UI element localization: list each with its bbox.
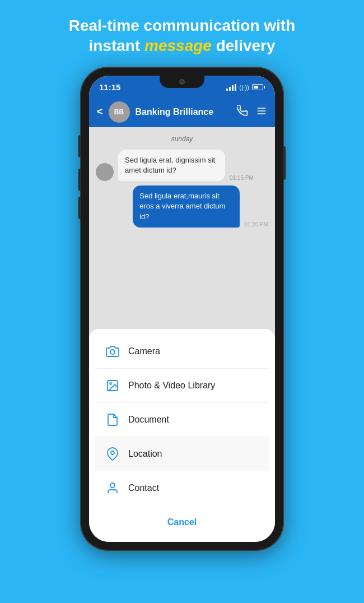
notch (160, 76, 204, 88)
date-label: sunday (96, 135, 268, 143)
chat-header: < BB Banking Brilliance (89, 97, 275, 127)
contact-icon (105, 480, 120, 496)
cancel-label: Cancel (167, 517, 197, 527)
camera-label: Camera (128, 346, 160, 356)
document-label: Document (128, 415, 169, 425)
msg-avatar-received (96, 163, 114, 181)
svg-point-3 (110, 350, 115, 354)
header-actions (237, 105, 267, 119)
avatar-initials: BB (114, 108, 124, 116)
back-button[interactable]: < (97, 106, 103, 118)
sheet-item-contact[interactable]: Contact (95, 471, 269, 505)
msg-time-received: 01:15 PM (230, 175, 254, 181)
menu-icon[interactable] (256, 105, 267, 119)
contact-label: Contact (128, 483, 159, 493)
phone-screen: 11:15 ((·)) < BB Banking Brilliance (89, 76, 275, 542)
msg-text-received: Sed ligula erat, dignissim sit amet dict… (125, 156, 215, 174)
header-line2-pre: instant (88, 37, 144, 54)
msg-bubble-sent: Sed ligula erat,mauris sit eros a viverr… (133, 185, 240, 228)
wifi-icon: ((·)) (239, 84, 249, 91)
msg-bubble-received: Sed ligula erat, dignissim sit amet dict… (118, 150, 225, 181)
sheet-item-camera[interactable]: Camera (95, 335, 269, 369)
svg-rect-2 (258, 113, 266, 114)
msg-time-sent: 01:20 PM (244, 221, 268, 228)
header-section: Real-time communication with instant mes… (52, 0, 312, 68)
bottom-sheet: Camera Photo & Video Library (89, 329, 275, 542)
chat-name: Banking Brilliance (136, 107, 231, 117)
document-icon (105, 412, 120, 428)
photo-video-label: Photo & Video Library (128, 381, 215, 391)
status-icons: ((·)) (226, 84, 265, 91)
notch-camera (179, 79, 185, 85)
location-label: Location (128, 449, 162, 459)
phone-icon[interactable] (237, 105, 248, 119)
svg-point-5 (110, 383, 111, 384)
status-time: 11:15 (99, 82, 120, 92)
header-line2-post: delivery (212, 37, 276, 54)
svg-point-6 (111, 451, 114, 454)
msg-row-sent: 01:20 PM Sed ligula erat,mauris sit eros… (96, 185, 268, 228)
header-line1: Real-time communication with (69, 17, 296, 34)
photo-video-icon (105, 378, 120, 393)
msg-text-sent: Sed ligula erat,mauris sit eros a viverr… (139, 192, 225, 220)
cancel-button[interactable]: Cancel (95, 508, 269, 536)
sheet-options: Camera Photo & Video Library (95, 335, 269, 505)
avatar: BB (109, 101, 130, 123)
location-icon (105, 446, 120, 462)
camera-icon (105, 344, 120, 359)
sheet-item-location[interactable]: Location (95, 437, 269, 471)
header-highlight: message (144, 37, 212, 54)
sheet-item-document[interactable]: Document (95, 403, 269, 437)
sheet-item-photo-video[interactable]: Photo & Video Library (95, 369, 269, 403)
signal-bars (226, 84, 236, 91)
svg-rect-1 (258, 110, 266, 112)
phone-wrapper: 11:15 ((·)) < BB Banking Brilliance (81, 68, 283, 550)
svg-point-7 (110, 483, 115, 488)
msg-row-received: Sed ligula erat, dignissim sit amet dict… (96, 150, 268, 181)
battery-icon (252, 84, 265, 90)
svg-rect-0 (258, 108, 266, 109)
